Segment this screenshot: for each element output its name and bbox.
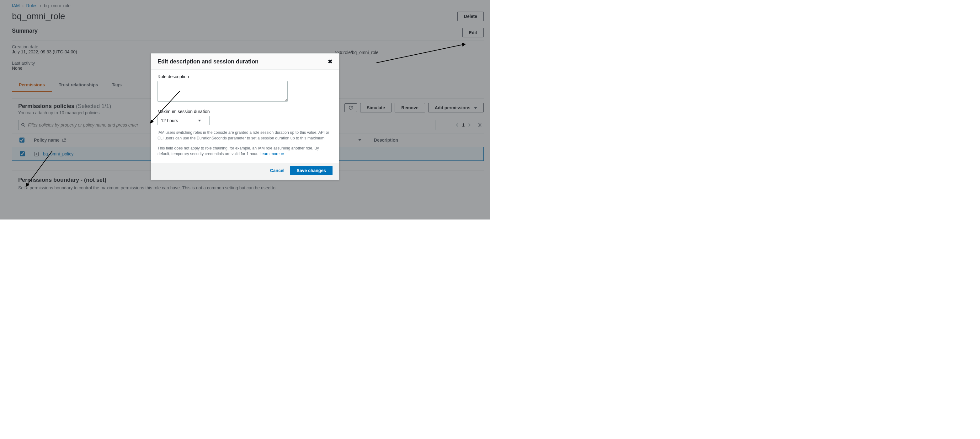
external-link-icon: ⧉ [282,152,284,156]
session-duration-value: 12 hours [161,118,178,123]
learn-more-label: Learn more [259,152,280,156]
cancel-button[interactable]: Cancel [268,166,286,175]
role-description-textarea[interactable] [158,81,288,102]
role-description-label: Role description [158,74,332,79]
help-text-2-body: This field does not apply to role chaini… [158,146,319,156]
edit-session-modal: Edit description and session duration ✖ … [151,53,339,180]
learn-more-link[interactable]: Learn more ⧉ [259,152,283,156]
save-changes-button[interactable]: Save changes [290,166,332,175]
modal-overlay: Edit description and session duration ✖ … [0,0,490,219]
session-duration-label: Maximum session duration [158,109,332,114]
session-duration-select[interactable]: 12 hours [158,116,210,125]
modal-title: Edit description and session duration [158,58,258,65]
close-icon[interactable]: ✖ [328,58,332,65]
help-text-1: IAM users switching roles in the console… [158,130,332,141]
help-text-2: This field does not apply to role chaini… [158,145,332,157]
caret-down-icon [198,120,201,121]
